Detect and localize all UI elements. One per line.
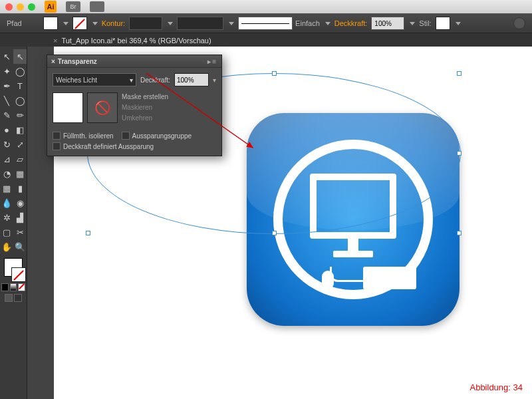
opacity-label: Deckkraft: xyxy=(334,19,368,27)
isolate-blending-checkbox[interactable]: Füllmth. isolieren xyxy=(53,132,114,140)
gradient-tool-icon[interactable]: ▮ xyxy=(13,181,27,196)
rotate-tool-icon[interactable]: ↻ xyxy=(0,137,13,152)
graphic-style-swatch[interactable] xyxy=(436,17,450,30)
bridge-button[interactable]: Br xyxy=(66,1,80,12)
stroke-weight-input[interactable] xyxy=(129,17,162,30)
brush-def-select[interactable] xyxy=(238,17,293,30)
width-tool-icon[interactable]: ⊿ xyxy=(0,152,13,166)
panel-title-label: Transparenz xyxy=(58,58,97,65)
color-mode-icon[interactable] xyxy=(1,283,9,291)
selection-type-label: Pfad xyxy=(7,19,22,27)
line-tool-icon[interactable]: ╲ xyxy=(0,93,13,108)
annotation-arrow-icon xyxy=(146,73,259,153)
anchor-handle[interactable] xyxy=(272,71,277,76)
control-bar: Pfad Kontur: Einfach Deckkraft: 100% Sti… xyxy=(0,13,532,33)
none-mode-icon[interactable] xyxy=(18,283,25,291)
brush-style-label: Einfach xyxy=(295,19,320,27)
chevron-down-icon[interactable] xyxy=(168,22,173,25)
direct-select-tool-icon[interactable]: ↖ xyxy=(13,49,27,64)
screen-mode-icon[interactable] xyxy=(14,294,22,302)
scale-tool-icon[interactable]: ⤢ xyxy=(13,137,27,152)
stroke-profile-select[interactable] xyxy=(177,17,223,30)
close-window-icon[interactable] xyxy=(5,3,13,11)
close-tab-icon[interactable]: × xyxy=(53,37,57,45)
opacity-shape-label: Deckkraft definiert Aussparung xyxy=(63,143,154,150)
figure-caption: Abbildung: 34 xyxy=(469,382,523,392)
minimize-window-icon[interactable] xyxy=(17,3,24,11)
type-tool-icon[interactable]: T xyxy=(13,78,27,93)
artboard-tool-icon[interactable]: ▢ xyxy=(0,225,13,239)
ellipse-tool-icon[interactable]: ◯ xyxy=(13,93,27,108)
chevron-down-icon[interactable] xyxy=(63,22,68,25)
document-tab[interactable]: × Tut_App Icon.ai* bei 369,4 % (RGB/Vors… xyxy=(53,37,211,45)
chevron-down-icon[interactable] xyxy=(325,22,331,25)
symbol-spray-tool-icon[interactable]: ✲ xyxy=(0,210,13,225)
isolate-label: Füllmth. isolieren xyxy=(63,132,114,140)
slice-tool-icon[interactable]: ✂ xyxy=(13,225,27,239)
blend-mode-select[interactable]: Weiches Licht▾ xyxy=(53,73,136,86)
pencil-tool-icon[interactable]: ✏ xyxy=(13,108,27,122)
lasso-tool-icon[interactable]: ◯ xyxy=(13,64,27,78)
app-logo-icon: Ai xyxy=(45,1,57,13)
layout-button[interactable] xyxy=(90,1,104,12)
blob-brush-tool-icon[interactable]: ● xyxy=(0,122,13,137)
bbox-handle[interactable] xyxy=(457,71,462,76)
panel-title[interactable]: × Transparenz ▸≡ xyxy=(47,55,221,68)
svg-line-0 xyxy=(146,73,253,148)
stroke-color-swatch[interactable] xyxy=(11,267,26,282)
gradient-mode-icon[interactable] xyxy=(10,283,17,291)
perspective-tool-icon[interactable]: ▦ xyxy=(13,166,27,181)
chevron-down-icon[interactable] xyxy=(456,22,461,25)
zoom-window-icon[interactable] xyxy=(28,3,35,11)
free-transform-tool-icon[interactable]: ▱ xyxy=(13,152,27,166)
eyedropper-tool-icon[interactable]: 💧 xyxy=(0,196,13,210)
chevron-down-icon[interactable] xyxy=(410,22,415,25)
stroke-swatch[interactable] xyxy=(72,17,87,30)
gear-icon[interactable] xyxy=(513,17,525,29)
hand-tool-icon[interactable]: ✋ xyxy=(0,239,13,254)
stroke-label: Kontur: xyxy=(102,19,125,27)
style-label: Stil: xyxy=(419,19,431,27)
mask-thumb[interactable]: 🚫 xyxy=(87,92,118,123)
graph-tool-icon[interactable]: ▟ xyxy=(13,210,27,225)
chevron-down-icon[interactable] xyxy=(92,22,98,25)
pen-tool-icon[interactable]: ✒ xyxy=(0,78,13,93)
tools-panel: ↖↖ ✦◯ ✒T ╲◯ ✎✏ ●◧ ↻⤢ ⊿▱ ◔▦ ▦▮ 💧◉ ✲▟ ▢✂ ✋… xyxy=(0,47,27,399)
fill-swatch[interactable] xyxy=(43,17,58,30)
blend-tool-icon[interactable]: ◉ xyxy=(13,196,27,210)
zoom-tool-icon[interactable]: 🔍 xyxy=(13,239,27,254)
opacity-input[interactable]: 100% xyxy=(371,17,404,30)
anchor-handle[interactable] xyxy=(272,231,277,235)
eraser-tool-icon[interactable]: ◧ xyxy=(13,122,27,137)
object-thumb[interactable] xyxy=(53,92,83,123)
mesh-tool-icon[interactable]: ▦ xyxy=(0,181,13,196)
magic-wand-tool-icon[interactable]: ✦ xyxy=(0,64,13,78)
shape-builder-tool-icon[interactable]: ◔ xyxy=(0,166,13,181)
chevron-down-icon[interactable] xyxy=(229,22,234,25)
bbox-handle[interactable] xyxy=(457,231,462,235)
panel-menu-icon[interactable]: ▸≡ xyxy=(207,58,217,65)
selection-tool-icon[interactable]: ↖ xyxy=(0,49,13,64)
document-tab-label: Tut_App Icon.ai* bei 369,4 % (RGB/Vorsch… xyxy=(61,37,211,45)
blend-mode-value: Weiches Licht xyxy=(56,76,97,84)
screen-mode-icon[interactable] xyxy=(5,294,13,302)
brush-tool-icon[interactable]: ✎ xyxy=(0,108,13,122)
anchor-handle[interactable] xyxy=(457,151,462,156)
mac-titlebar: Ai Br xyxy=(0,0,532,13)
bbox-handle[interactable] xyxy=(86,231,90,235)
